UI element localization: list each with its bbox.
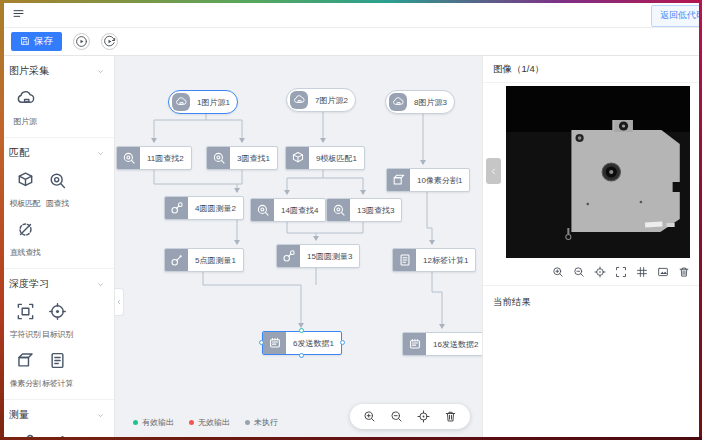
- circle-find-icon: [332, 203, 346, 217]
- section-title: 匹配: [9, 146, 105, 160]
- crosshair-button[interactable]: [417, 410, 430, 423]
- flow-node[interactable]: 11圆查找2: [116, 146, 192, 170]
- flow-node[interactable]: 8图片源3: [385, 90, 455, 114]
- flow-node[interactable]: 14圆查找4: [250, 198, 326, 222]
- measure-pc-icon: [48, 433, 67, 440]
- tool-item-measure-pc[interactable]: 点圆测量: [41, 433, 73, 440]
- section-title: 测量: [9, 408, 105, 422]
- device-icon: [263, 332, 286, 354]
- section-title: 深度学习: [9, 277, 105, 291]
- flow-node[interactable]: 3圆查找1: [206, 146, 278, 170]
- chev-down-icon: [96, 67, 105, 76]
- flow-node[interactable]: 4圆圆测量2: [164, 196, 244, 220]
- app-window: 返回低代码 保存 图片采集图片源匹配模板匹配圆查找直线查找深度学习字符识别目标识…: [0, 0, 702, 440]
- tool-item-line-find[interactable]: 直线查找: [9, 220, 41, 258]
- cube-icon: [16, 171, 35, 190]
- legend-label: 有效输出: [142, 417, 174, 428]
- menu-icon: [12, 7, 25, 20]
- zoom-out-button[interactable]: [573, 266, 585, 278]
- flow-node[interactable]: 1图片源1: [168, 90, 238, 114]
- tool-item-segment[interactable]: 像素分割: [9, 351, 41, 389]
- cloud-icon: [172, 93, 190, 111]
- legend-dot: [189, 420, 194, 425]
- status-legend: 有效输出无效输出未执行: [133, 417, 278, 428]
- section-title: 图片采集: [9, 64, 105, 78]
- flow-node[interactable]: 16发送数据2: [402, 332, 482, 356]
- flow-node[interactable]: 7图片源2: [286, 88, 356, 112]
- run-continuous-button[interactable]: [101, 33, 118, 50]
- tool-item-cloud[interactable]: 图片源: [9, 89, 41, 127]
- flow-node[interactable]: 5点圆测量1: [164, 248, 244, 272]
- zoom-out-icon: [390, 410, 403, 423]
- cloud-icon: [16, 89, 35, 108]
- circle-find-icon: [122, 151, 136, 165]
- device-icon: [408, 337, 422, 351]
- connection-handle-b[interactable]: [299, 353, 304, 358]
- zoom-in-button[interactable]: [363, 410, 376, 423]
- crosshair-button[interactable]: [594, 266, 606, 278]
- tool-item-circle-find[interactable]: 圆查找: [41, 171, 73, 209]
- doc-icon: [393, 249, 416, 271]
- connection-handle-r[interactable]: [340, 340, 345, 345]
- chevron-down-icon[interactable]: [96, 67, 105, 76]
- target-icon: [48, 302, 67, 321]
- cloud-icon: [16, 89, 35, 112]
- flow-node[interactable]: 12标签计算1: [392, 248, 476, 272]
- flow-node[interactable]: 9模板匹配1: [285, 146, 365, 170]
- prev-image-button[interactable]: [486, 158, 501, 184]
- trash-button[interactable]: [444, 410, 457, 423]
- top-header: 返回低代码: [0, 0, 702, 28]
- section-items: 模板匹配圆查找直线查找: [9, 171, 105, 258]
- grid-button[interactable]: [636, 266, 648, 278]
- crosshair-icon: [594, 266, 606, 278]
- trash-button[interactable]: [678, 266, 690, 278]
- circle-find-icon: [256, 203, 270, 217]
- legend-item: 未执行: [245, 417, 278, 428]
- section-items: 图片源: [9, 89, 105, 127]
- preview-image[interactable]: [506, 86, 690, 258]
- chevron-down-icon[interactable]: [96, 411, 105, 420]
- cloud-icon: [290, 91, 308, 109]
- flow-node[interactable]: 10像素分割1: [386, 168, 470, 192]
- sidebar-section-0: 图片采集图片源: [0, 56, 114, 138]
- section-title-label: 深度学习: [9, 277, 49, 291]
- chevron-down-icon[interactable]: [96, 149, 105, 158]
- main-area: 图片采集图片源匹配模板匹配圆查找直线查找深度学习字符识别目标识别像素分割标签计算…: [0, 56, 702, 440]
- fullscreen-button[interactable]: [615, 266, 627, 278]
- chev-down-icon: [96, 411, 105, 420]
- flow-node-label: 13圆查找3: [350, 205, 401, 216]
- tool-item-target[interactable]: 目标识别: [41, 302, 73, 340]
- cloud-icon: [392, 96, 404, 108]
- tool-item-cube[interactable]: 模板匹配: [9, 171, 41, 209]
- flow-node[interactable]: 13圆查找3: [326, 198, 402, 222]
- zoom-out-button[interactable]: [390, 410, 403, 423]
- fit-button[interactable]: [657, 266, 669, 278]
- flow-node-label: 7图片源2: [308, 95, 355, 106]
- run-button[interactable]: [73, 33, 90, 50]
- image-gutter: [483, 86, 506, 258]
- sidebar-collapse-handle[interactable]: [115, 288, 124, 316]
- back-to-lowcode-button[interactable]: 返回低代码: [651, 5, 702, 27]
- section-title-label: 匹配: [9, 146, 29, 160]
- trash-icon: [678, 266, 690, 278]
- tool-item-doc[interactable]: 标签计算: [41, 351, 73, 389]
- line-find-icon: [16, 220, 35, 239]
- line-find-icon: [16, 220, 35, 243]
- tool-item-measure-cc[interactable]: 圆圆测量: [9, 433, 41, 440]
- connection-handle-l[interactable]: [259, 340, 264, 345]
- tool-item-ocr[interactable]: 字符识别: [9, 302, 41, 340]
- circle-find-icon: [327, 199, 350, 221]
- zoom-in-button[interactable]: [552, 266, 564, 278]
- flow-node-label: 11圆查找2: [140, 153, 191, 164]
- section-title-label: 图片采集: [9, 64, 49, 78]
- measure-cc-icon: [277, 245, 300, 267]
- flow-node[interactable]: 6发送数据1: [262, 331, 342, 355]
- legend-item: 无效输出: [189, 417, 230, 428]
- flow-canvas[interactable]: 有效输出无效输出未执行 1图片源17图片源28图片源311圆查找23圆查找19模…: [115, 56, 482, 440]
- menu-icon[interactable]: [12, 7, 25, 20]
- chevron-down-icon[interactable]: [96, 280, 105, 289]
- connection-handle-t[interactable]: [299, 328, 304, 333]
- save-button[interactable]: 保存: [11, 32, 62, 51]
- flow-node[interactable]: 15圆圆测量3: [276, 244, 360, 268]
- sidebar-section-3: 测量圆圆测量点圆测量点点测量: [0, 400, 114, 440]
